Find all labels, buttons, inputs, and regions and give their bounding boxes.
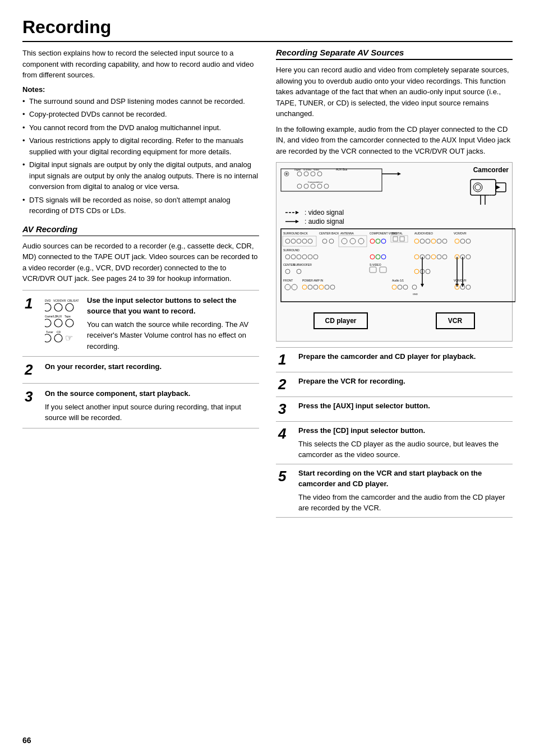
svg-point-97: [431, 255, 436, 259]
svg-point-86: [291, 255, 296, 259]
intro-text: This section explains how to record the …: [22, 48, 259, 81]
step-1-sub: You can watch the source while recording…: [87, 319, 257, 352]
svg-point-85: [285, 255, 290, 259]
svg-text:S-Video: S-Video: [303, 168, 312, 171]
svg-point-78: [437, 239, 441, 243]
svg-text:AUX: AUX: [56, 315, 62, 318]
svg-point-99: [442, 255, 447, 259]
svg-point-11: [66, 319, 73, 327]
audio-signal-label: : audio signal: [305, 218, 344, 225]
svg-text:SURROUND BACK: SURROUND BACK: [283, 232, 308, 235]
svg-point-121: [292, 284, 297, 290]
svg-point-110: [414, 269, 419, 274]
av-step-3: 3 On the source component, start playbac…: [22, 384, 259, 428]
svg-point-92: [376, 255, 380, 259]
cd-player-box: CD player: [313, 312, 367, 329]
svg-point-83: [466, 239, 471, 243]
svg-text:SURROUND: SURROUND: [283, 248, 299, 252]
svg-point-31: [317, 184, 322, 188]
step-num-2: 2: [22, 357, 43, 384]
vcr-box: VCR: [436, 312, 475, 329]
step-3-sub: If you select another input source durin…: [45, 402, 257, 423]
svg-point-32: [324, 184, 329, 188]
step-3-main: On the source component, start playback.: [45, 388, 257, 399]
svg-point-14: [45, 334, 51, 342]
right-step-num-2: 2: [276, 372, 296, 397]
receiver-rear-panel: SURROUND BACK CENTER BACK ANTENNA: [280, 228, 515, 306]
svg-rect-51: [283, 236, 316, 246]
svg-point-56: [308, 239, 312, 243]
svg-marker-38: [496, 185, 500, 190]
right-column: Recording Separate AV Sources Here you c…: [276, 48, 513, 518]
svg-text:Tuner: Tuner: [46, 330, 53, 334]
svg-point-120: [285, 284, 290, 290]
right-step-1: 1 Prepare the camcorder and CD player fo…: [276, 348, 513, 372]
svg-point-30: [311, 184, 315, 188]
svg-point-104: [285, 269, 290, 274]
svg-text:Tape: Tape: [64, 315, 71, 318]
svg-text:Composite/out: Composite/out: [308, 181, 323, 183]
right-step-num-1: 1: [276, 348, 296, 372]
svg-point-39: [473, 183, 482, 192]
right-step-num-5: 5: [276, 464, 296, 517]
step-2-main: On your recorder, start recording.: [45, 361, 257, 372]
right-heading: Recording Separate AV Sources: [276, 48, 513, 60]
svg-point-10: [54, 319, 62, 327]
svg-point-66: [370, 239, 375, 243]
right-step-content-3: Press the [AUX] input selector button.: [296, 397, 513, 422]
svg-point-64: [358, 238, 364, 244]
left-column: This section explains how to record the …: [22, 48, 259, 518]
svg-point-76: [426, 239, 430, 243]
right-step-3-main: Press the [AUX] input selector button.: [298, 400, 510, 412]
svg-rect-72: [400, 237, 404, 241]
right-step-5-main: Start recording on the VCR and start pla…: [298, 468, 510, 490]
video-signal-label: : video signal: [305, 209, 344, 216]
svg-rect-17: [281, 169, 382, 191]
svg-point-87: [297, 255, 301, 259]
svg-point-96: [426, 255, 430, 259]
svg-point-124: [308, 285, 312, 289]
av-step-2: 2 On your recorder, start recording.: [22, 357, 259, 384]
svg-marker-35: [398, 172, 401, 176]
camcorder-label: Camcorder: [469, 166, 509, 174]
step-content-1: DVD VCR/DVR CBL/SAT Game/LD AUX Tap: [43, 290, 259, 357]
svg-point-67: [376, 239, 380, 243]
step-1-main: Use the input selector buttons to select…: [87, 295, 257, 317]
svg-point-82: [460, 239, 465, 243]
step-num-3: 3: [22, 384, 43, 428]
svg-point-112: [426, 269, 430, 274]
camcorder-icon: [469, 174, 509, 205]
receiver-top-schematic: Digital S-Video Video Composite/out AUX …: [280, 166, 409, 200]
svg-marker-48: [296, 220, 299, 223]
svg-text:FRONT: FRONT: [283, 279, 293, 282]
svg-text:DVD: DVD: [45, 299, 51, 302]
av-recording-heading: AV Recording: [22, 224, 259, 236]
svg-point-4: [54, 303, 62, 311]
note-item: DTS signals will be recorded as noise, s…: [22, 195, 259, 216]
svg-text:S-VIDEO: S-VIDEO: [370, 263, 381, 266]
svg-point-79: [442, 239, 447, 243]
av-step-1: 1 DVD VCR/DVR CBL/SAT: [22, 290, 259, 357]
av-recording-text: Audio sources can be recorded to a recor…: [22, 241, 259, 284]
note-item: You cannot record from the DVD analog mu…: [22, 122, 259, 133]
svg-point-130: [392, 285, 396, 289]
svg-point-41: [489, 195, 490, 196]
svg-point-77: [431, 239, 436, 243]
svg-point-62: [342, 238, 347, 244]
svg-text:ANTENNA: ANTENNA: [340, 232, 354, 235]
right-step-1-main: Prepare the camcorder and CD player for …: [298, 351, 510, 362]
right-step-4: 4 Press the [CD] input selector button. …: [276, 422, 513, 464]
svg-text:CBL/SAT: CBL/SAT: [67, 299, 79, 302]
svg-text:☞: ☞: [65, 333, 73, 343]
svg-text:CD: CD: [57, 330, 61, 334]
svg-point-3: [45, 303, 51, 311]
right-step-2-main: Prepare the VCR for recording.: [298, 376, 510, 387]
svg-point-131: [398, 285, 402, 289]
svg-point-58: [322, 239, 327, 243]
svg-point-91: [370, 255, 375, 259]
svg-text:VCR/DVR: VCR/DVR: [454, 232, 467, 235]
right-step-4-sub: This selects the CD player as the audio …: [298, 439, 510, 460]
svg-rect-36: [471, 179, 496, 195]
svg-point-138: [466, 285, 471, 289]
svg-point-21: [304, 172, 308, 176]
